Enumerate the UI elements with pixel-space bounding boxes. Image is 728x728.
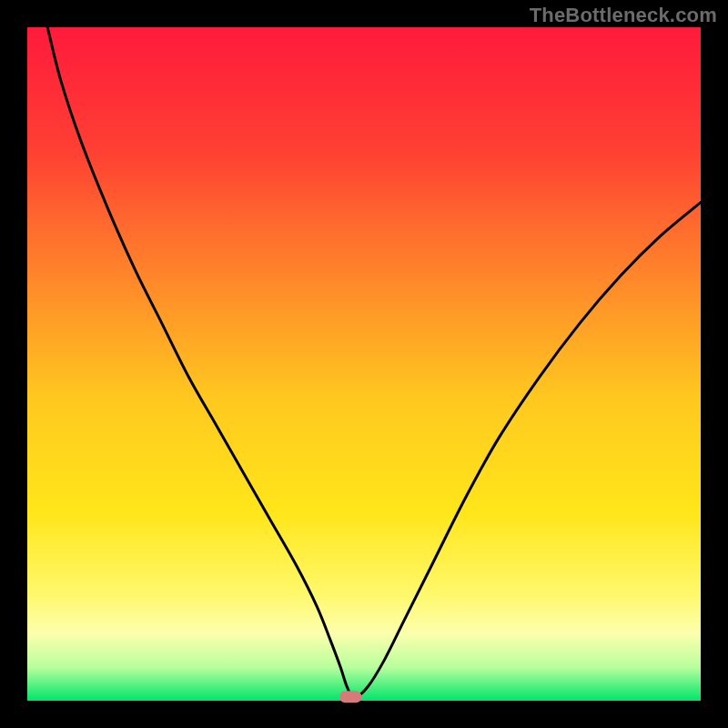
min-marker bbox=[339, 691, 361, 703]
watermark-text: TheBottleneck.com bbox=[530, 4, 717, 27]
bottleneck-chart bbox=[0, 0, 728, 728]
chart-frame: TheBottleneck.com bbox=[0, 0, 728, 728]
plot-area bbox=[27, 27, 701, 701]
